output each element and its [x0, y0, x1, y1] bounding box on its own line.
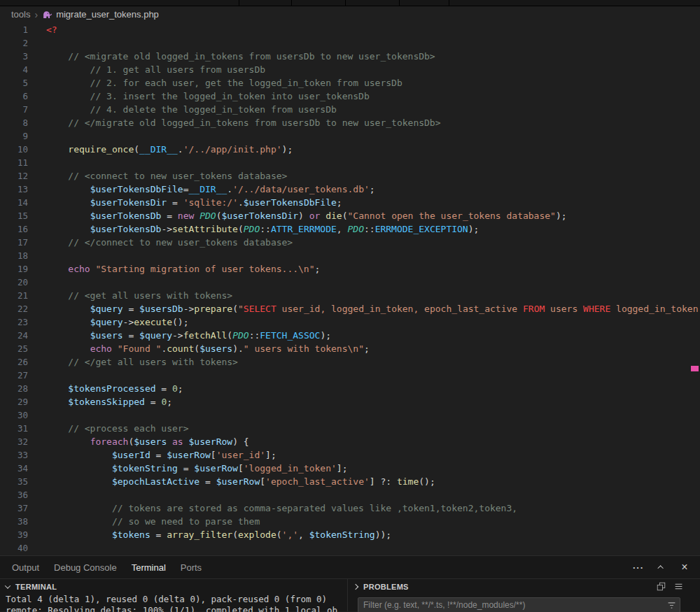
code-line[interactable]: 28 $tokensProcessed = 0; [0, 382, 700, 395]
code-line[interactable]: 36 [0, 488, 700, 501]
line-number[interactable]: 5 [0, 76, 28, 90]
code-line[interactable]: 33 $userId = $userRow['user_id']; [0, 448, 700, 462]
line-number[interactable]: 31 [0, 422, 28, 435]
line-number[interactable]: 6 [0, 90, 28, 103]
problems-filter-input[interactable] [358, 597, 680, 612]
line-number[interactable]: 38 [0, 515, 28, 528]
line-number[interactable]: 4 [0, 63, 28, 76]
line-number[interactable]: 10 [0, 143, 28, 156]
bottom-panel: Output Debug Console Terminal Ports ··· … [0, 555, 700, 611]
code-line-content: $userTokensDbFile=__DIR__.'/../data/user… [28, 183, 375, 196]
code-line[interactable]: 30 [0, 408, 700, 422]
line-number[interactable]: 29 [0, 395, 28, 408]
code-line[interactable]: 9 [0, 129, 700, 143]
code-line[interactable]: 23 $query->execute(); [0, 315, 700, 329]
code-line[interactable]: 19 echo "Starting migration of user toke… [0, 262, 700, 276]
line-number[interactable]: 27 [0, 369, 28, 382]
line-number[interactable]: 34 [0, 462, 28, 475]
line-number[interactable]: 1 [0, 23, 28, 36]
line-number[interactable]: 16 [0, 222, 28, 236]
line-number[interactable]: 37 [0, 501, 28, 515]
code-line[interactable]: 2 [0, 36, 700, 50]
line-number[interactable]: 26 [0, 355, 28, 369]
code-line[interactable]: 25 echo "Found ".count($users)." users w… [0, 342, 700, 355]
tab-terminal[interactable]: Terminal [132, 562, 166, 573]
code-line[interactable]: 17 // </connect to new user_tokens datab… [0, 236, 700, 249]
code-line[interactable]: 32 foreach($users as $userRow) { [0, 435, 700, 448]
breadcrumb-folder[interactable]: tools [11, 9, 30, 20]
code-line[interactable]: 16 $userTokensDb->setAttribute(PDO::ATTR… [0, 222, 700, 236]
code-line[interactable]: 13 $userTokensDbFile=__DIR__.'/../data/u… [0, 183, 700, 196]
code-line[interactable]: 10 require_once(__DIR__.'/../app/init.ph… [0, 143, 700, 156]
line-number[interactable]: 17 [0, 236, 28, 249]
code-line[interactable]: 40 [0, 541, 700, 555]
line-number[interactable]: 25 [0, 342, 28, 355]
code-line[interactable]: 1<? [0, 23, 700, 36]
code-line[interactable]: 31 // <process each user> [0, 422, 700, 435]
line-number[interactable]: 22 [0, 302, 28, 315]
code-line[interactable]: 26 // </get all users with tokens> [0, 355, 700, 369]
line-number[interactable]: 32 [0, 435, 28, 448]
code-line[interactable]: 4 // 1. get all users from usersDb [0, 63, 700, 76]
code-line[interactable]: 8 // </migrate old logged_in_tokens from… [0, 116, 700, 129]
tab-output[interactable]: Output [12, 562, 39, 573]
code-line[interactable]: 22 $query = $usersDb->prepare("SELECT us… [0, 302, 700, 315]
code-line[interactable]: 35 $epochLastActive = $userRow['epoch_la… [0, 475, 700, 488]
line-number[interactable]: 30 [0, 408, 28, 422]
line-number[interactable]: 7 [0, 103, 28, 116]
code-line[interactable]: 5 // 2. for each user, get the logged_in… [0, 76, 700, 90]
code-line[interactable]: 7 // 4. delete the logged_in_token from … [0, 103, 700, 116]
code-line-content [28, 488, 46, 501]
line-number[interactable]: 9 [0, 129, 28, 143]
code-line[interactable]: 38 // so we need to parse them [0, 515, 700, 528]
code-line[interactable]: 15 $userTokensDb = new PDO($userTokensDi… [0, 209, 700, 222]
breadcrumb-file[interactable]: migrate_user_tokens.php [56, 9, 159, 20]
code-line[interactable]: 12 // <connect to new user_tokens databa… [0, 169, 700, 183]
terminal-section-header[interactable]: TERMINAL [0, 579, 347, 594]
code-line-content: $userTokensDir = 'sqlite:/'.$userTokensD… [28, 196, 342, 209]
line-number[interactable]: 23 [0, 315, 28, 329]
line-number[interactable]: 24 [0, 329, 28, 342]
code-line[interactable]: 3 // <migrate old logged_in_tokens from … [0, 50, 700, 63]
line-number[interactable]: 39 [0, 528, 28, 541]
code-line[interactable]: 11 [0, 156, 700, 169]
line-number[interactable]: 36 [0, 488, 28, 501]
line-number[interactable]: 8 [0, 116, 28, 129]
tab-ports[interactable]: Ports [181, 562, 202, 573]
code-line[interactable]: 34 $tokenString = $userRow['logged_in_to… [0, 462, 700, 475]
collapse-all-icon[interactable] [657, 582, 666, 591]
code-line[interactable]: 21 // <get all users with tokens> [0, 289, 700, 302]
line-number[interactable]: 13 [0, 183, 28, 196]
line-number[interactable]: 12 [0, 169, 28, 183]
code-line[interactable]: 29 $tokensSkipped = 0; [0, 395, 700, 408]
code-line-content: $query = $usersDb->prepare("SELECT user_… [28, 302, 700, 315]
line-number[interactable]: 35 [0, 475, 28, 488]
close-panel-icon[interactable]: × [679, 562, 690, 573]
line-number[interactable]: 19 [0, 262, 28, 276]
line-number[interactable]: 2 [0, 36, 28, 50]
code-line[interactable]: 39 $tokens = array_filter(explode(',', $… [0, 528, 700, 541]
line-number[interactable]: 15 [0, 209, 28, 222]
more-actions-icon[interactable]: ··· [633, 562, 644, 573]
problems-section-header[interactable]: PROBLEMS [348, 579, 700, 594]
code-editor[interactable]: 1<?23 // <migrate old logged_in_tokens f… [0, 22, 700, 555]
maximize-panel-icon[interactable] [656, 562, 667, 573]
line-number[interactable]: 20 [0, 276, 28, 289]
line-number[interactable]: 18 [0, 249, 28, 262]
code-line[interactable]: 24 $users = $query->fetchAll(PDO::FETCH_… [0, 329, 700, 342]
line-number[interactable]: 40 [0, 541, 28, 555]
line-number[interactable]: 11 [0, 156, 28, 169]
line-number[interactable]: 28 [0, 382, 28, 395]
line-number[interactable]: 21 [0, 289, 28, 302]
view-as-list-icon[interactable] [674, 582, 683, 591]
code-line[interactable]: 6 // 3. insert the logged_in_token into … [0, 90, 700, 103]
line-number[interactable]: 33 [0, 448, 28, 462]
code-line[interactable]: 27 [0, 369, 700, 382]
line-number[interactable]: 14 [0, 196, 28, 209]
tab-debug-console[interactable]: Debug Console [54, 562, 117, 573]
code-line[interactable]: 20 [0, 276, 700, 289]
line-number[interactable]: 3 [0, 50, 28, 63]
code-line[interactable]: 14 $userTokensDir = 'sqlite:/'.$userToke… [0, 196, 700, 209]
code-line[interactable]: 37 // tokens are stored as comma-separat… [0, 501, 700, 515]
code-line[interactable]: 18 [0, 249, 700, 262]
